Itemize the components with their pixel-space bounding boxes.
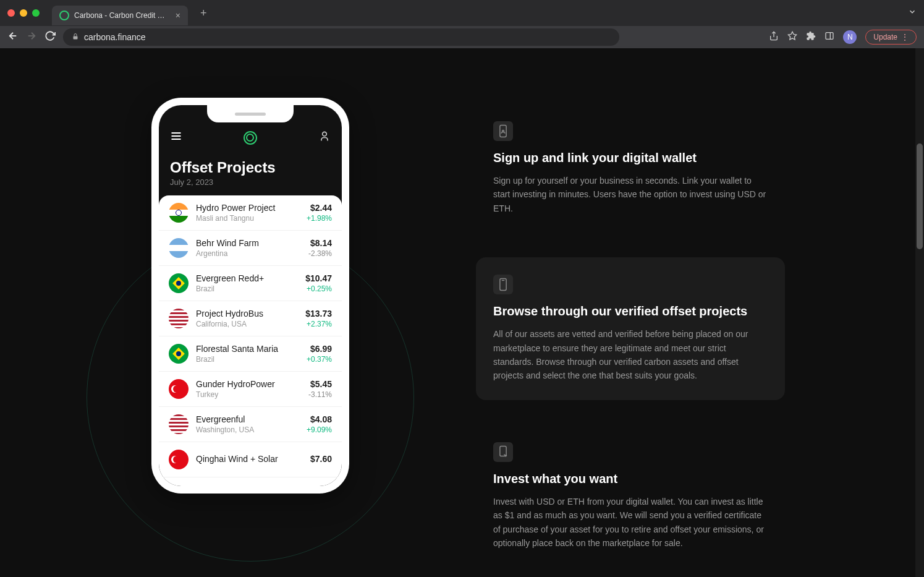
project-price: $4.08 [307, 414, 332, 424]
side-panel-icon[interactable] [824, 31, 834, 43]
user-profile-icon[interactable] [318, 130, 331, 145]
project-location: Masli and Tangnu [196, 214, 299, 223]
new-tab-button[interactable]: + [200, 7, 207, 20]
bookmark-star-icon[interactable] [787, 31, 797, 43]
country-flag-icon [169, 379, 189, 399]
feature-card[interactable]: Invest what you want Invest with USD or … [476, 425, 785, 568]
feature-desc: Invest with USD or ETH from your digital… [493, 495, 768, 550]
project-location: Brazil [196, 355, 299, 364]
project-location: Washington, USA [196, 425, 299, 434]
lock-icon [72, 33, 79, 42]
svg-rect-2 [74, 36, 78, 39]
feature-title: Invest what you want [493, 472, 768, 486]
tab-favicon-icon [59, 11, 69, 20]
country-flag-icon [169, 273, 189, 293]
phone-mockup: Offset Projects July 2, 2023 Hydro Power… [151, 98, 349, 494]
project-row[interactable]: Project HydroBus California, USA $13.73 … [159, 301, 342, 336]
project-price: $7.60 [310, 454, 332, 464]
window-controls [7, 9, 40, 17]
project-row[interactable]: Evergreenful Washington, USA $4.08 +9.09… [159, 407, 342, 442]
app-logo-icon[interactable] [244, 131, 257, 145]
speaker-icon [235, 113, 266, 116]
phone-user-icon [493, 121, 513, 141]
country-flag-icon [169, 414, 189, 434]
close-window-icon[interactable] [7, 9, 15, 17]
close-tab-icon[interactable]: × [176, 11, 180, 20]
browser-url-bar: carbona.finance N Update ⋮ [0, 26, 924, 48]
nav-back-icon[interactable] [7, 30, 19, 45]
projects-list[interactable]: Hydro Power Project Masli and Tangnu $2.… [159, 195, 342, 486]
feature-card[interactable]: Sign up and link your digital wallet Sig… [476, 104, 785, 233]
svg-marker-4 [789, 32, 797, 40]
project-price: $13.73 [305, 309, 332, 318]
project-change: +1.98% [307, 214, 332, 223]
profile-avatar[interactable]: N [843, 30, 857, 44]
reload-icon[interactable] [45, 30, 56, 45]
project-name: Evergreenful [196, 414, 299, 424]
project-name: Qinghai Wind + Solar [196, 454, 303, 464]
country-flag-icon [169, 450, 189, 469]
project-row[interactable]: Qinghai Wind + Solar $7.60 [159, 442, 342, 477]
share-icon[interactable] [769, 31, 779, 43]
project-price: $8.14 [308, 238, 332, 248]
tabs-menu-icon[interactable] [908, 7, 917, 19]
project-location: Brazil [196, 284, 298, 293]
project-name: Florestal Santa Maria [196, 344, 299, 354]
phone-page-title: Offset Projects [159, 152, 342, 177]
page-scrollbar[interactable] [915, 48, 924, 577]
phone-notch [207, 105, 294, 122]
maximize-window-icon[interactable] [32, 9, 40, 17]
project-change: +9.09% [307, 425, 332, 434]
hamburger-menu-icon[interactable] [170, 130, 182, 145]
project-change: +0.37% [307, 355, 332, 364]
project-row[interactable]: Evergreen Redd+ Brazil $10.47 +0.25% [159, 266, 342, 301]
project-price: $10.47 [305, 273, 332, 283]
feature-desc: All of our assets are vetted and verifie… [493, 327, 768, 383]
minimize-window-icon[interactable] [20, 9, 27, 17]
project-name: Hydro Power Project [196, 203, 299, 213]
project-row[interactable]: Hydro Power Project Masli and Tangnu $2.… [159, 195, 342, 231]
project-row[interactable]: Behr Wind Farm Argentina $8.14 -2.38% [159, 231, 342, 266]
browser-tab-bar: Carbona - Carbon Credit Tradin × + [0, 0, 924, 26]
project-change: -3.11% [308, 390, 332, 399]
svg-rect-11 [500, 125, 506, 137]
page-content: Offset Projects July 2, 2023 Hydro Power… [0, 48, 924, 577]
country-flag-icon [169, 238, 189, 258]
country-flag-icon [169, 309, 189, 328]
update-button[interactable]: Update ⋮ [865, 30, 917, 45]
project-name: Project HydroBus [196, 309, 298, 318]
tab-title: Carbona - Carbon Credit Tradin [74, 11, 168, 20]
phone-page-date: July 2, 2023 [159, 177, 342, 195]
svg-rect-5 [826, 33, 833, 40]
extensions-icon[interactable] [806, 31, 816, 43]
project-price: $2.44 [307, 203, 332, 213]
feature-title: Sign up and link your digital wallet [493, 151, 768, 165]
more-options-icon: ⋮ [901, 33, 909, 41]
browser-tab[interactable]: Carbona - Carbon Credit Tradin × [52, 6, 188, 25]
project-location: Argentina [196, 249, 301, 258]
project-row[interactable]: Florestal Santa Maria Brazil $6.99 +0.37… [159, 336, 342, 372]
phone-tap-icon [493, 442, 513, 462]
project-name: Gunder HydroPower [196, 379, 301, 389]
nav-forward-icon[interactable] [26, 30, 37, 45]
feature-card[interactable]: Browse through our verified offset proje… [476, 257, 785, 400]
document-icon [493, 275, 513, 294]
features-section: Sign up and link your digital wallet Sig… [402, 98, 862, 577]
project-name: Evergreen Redd+ [196, 273, 298, 283]
project-location: California, USA [196, 320, 298, 328]
project-location: Turkey [196, 390, 301, 399]
svg-point-10 [323, 132, 327, 136]
project-price: $5.45 [308, 379, 332, 389]
project-change: +0.25% [305, 284, 332, 293]
project-row[interactable]: Gunder HydroPower Turkey $5.45 -3.11% [159, 372, 342, 407]
feature-title: Browse through our verified offset proje… [493, 304, 768, 318]
svg-rect-15 [500, 446, 506, 456]
update-label: Update [873, 33, 897, 41]
scrollbar-thumb[interactable] [917, 143, 923, 249]
url-input[interactable]: carbona.finance [63, 28, 619, 46]
project-name: Behr Wind Farm [196, 238, 301, 248]
url-text: carbona.finance [84, 32, 146, 42]
project-change: +2.37% [305, 320, 332, 328]
country-flag-icon [169, 344, 189, 364]
project-price: $6.99 [307, 344, 332, 354]
